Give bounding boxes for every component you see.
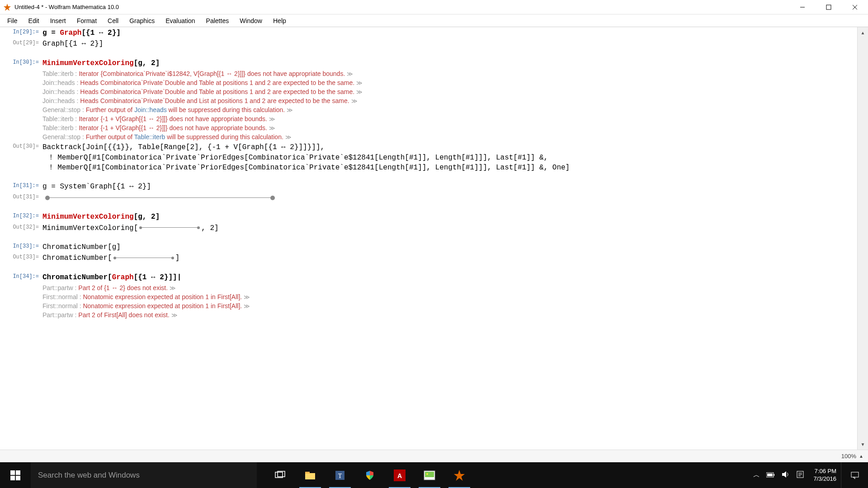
svg-marker-0 (4, 4, 11, 11)
svg-marker-30 (853, 477, 855, 479)
svg-rect-22 (774, 474, 774, 476)
more-link[interactable]: ≫ (287, 107, 293, 113)
maximize-button[interactable] (816, 0, 842, 14)
action-center-button[interactable] (841, 462, 868, 488)
message-row: General::stop : Further output of Join::… (0, 106, 857, 113)
svg-rect-29 (851, 472, 859, 477)
more-link[interactable]: ≫ (269, 125, 275, 131)
menu-evaluation[interactable]: Evaluation (160, 15, 200, 26)
input-cell[interactable]: In[32]:= MinimumVertexColoring[g, 2] (0, 212, 857, 222)
more-link[interactable]: ≫ (356, 89, 363, 95)
input-cell[interactable]: In[33]:= ChromaticNumber[g] (0, 242, 857, 252)
svg-rect-11 (305, 473, 315, 479)
titlebar: Untitled-4 * - Wolfram Mathematica 10.0 (0, 0, 868, 14)
svg-marker-20 (454, 470, 465, 481)
message-row: Join::heads : Heads Combinatorica`Privat… (0, 88, 857, 95)
menu-cell[interactable]: Cell (102, 15, 124, 26)
message-row: Table::iterb : Iterator {-1 + V[Graph[{1… (0, 115, 857, 122)
menubar: File Edit Insert Format Cell Graphics Ev… (0, 14, 868, 27)
message-row: Part::partw : Part 2 of {1 ↔ 2} does not… (0, 284, 857, 291)
vertical-scrollbar[interactable]: ▲ ▼ (857, 27, 868, 450)
out-label: Out[29]= (0, 39, 42, 46)
task-explorer[interactable] (296, 462, 325, 488)
more-link[interactable]: ≫ (347, 70, 353, 77)
statusbar: 100% ▲ (0, 450, 868, 462)
more-link[interactable]: ≫ (356, 80, 363, 86)
graph-inline (112, 256, 175, 260)
graph-output (42, 196, 278, 200)
task-image-app[interactable] (415, 462, 444, 488)
message-row: First::normal : Nonatomic expression exp… (0, 293, 857, 300)
output-cell: Out[30]= Backtrack[Join[{{1}}, Table[Ran… (0, 142, 857, 173)
battery-icon[interactable] (766, 471, 775, 479)
scroll-up-arrow[interactable]: ▲ (858, 27, 868, 38)
more-link[interactable]: ≫ (244, 294, 250, 300)
svg-rect-18 (425, 472, 434, 477)
zoom-menu-icon[interactable]: ▲ (859, 454, 863, 459)
start-button[interactable] (0, 462, 31, 488)
svg-rect-23 (767, 474, 773, 476)
svg-text:T: T (338, 473, 342, 479)
svg-rect-5 (10, 470, 15, 475)
menu-window[interactable]: Window (234, 15, 268, 26)
search-box[interactable]: Search the web and Windows (31, 462, 257, 488)
svg-rect-8 (16, 475, 20, 480)
message-row: Join::heads : Heads Combinatorica`Privat… (0, 79, 857, 86)
svg-rect-6 (16, 470, 20, 475)
zoom-level[interactable]: 100% (841, 453, 856, 460)
task-mathematica[interactable] (445, 462, 474, 488)
app-icon (4, 4, 11, 11)
clock[interactable]: 7:06 PM 7/3/2016 (809, 468, 841, 483)
message-row: Join::heads : Heads Combinatorica`Privat… (0, 97, 857, 104)
message-row: General::stop : Further output of Table:… (0, 133, 857, 141)
output-cell: Out[31]= (0, 193, 857, 203)
svg-rect-2 (826, 5, 831, 9)
menu-insert[interactable]: Insert (45, 15, 71, 26)
input-cell[interactable]: In[34]:= ChromaticNumber[Graph[{1 ↔ 2}]]… (0, 272, 857, 282)
window-title: Untitled-4 * - Wolfram Mathematica 10.0 (14, 4, 789, 10)
task-app1[interactable]: T (326, 462, 354, 488)
message-row: Table::iterb : Iterator {-1 + V[Graph[{1… (0, 124, 857, 131)
svg-rect-7 (10, 475, 15, 480)
more-link[interactable]: ≫ (351, 98, 358, 104)
menu-edit[interactable]: Edit (23, 15, 45, 26)
input-cell[interactable]: In[29]:= g = Graph[{1 ↔ 2}] (0, 28, 857, 38)
menu-file[interactable]: File (2, 15, 23, 26)
tray-chevron-icon[interactable]: ︿ (753, 471, 760, 479)
svg-marker-24 (782, 471, 786, 478)
menu-palettes[interactable]: Palettes (201, 15, 235, 26)
notebook-area: In[29]:= g = Graph[{1 ↔ 2}] Out[29]= Gra… (0, 27, 868, 450)
svg-text:A: A (397, 472, 402, 479)
svg-point-19 (426, 473, 428, 475)
task-view-button[interactable] (266, 462, 295, 488)
volume-icon[interactable] (782, 471, 790, 479)
taskbar: Search the web and Windows T A ︿ 7:06 PM… (0, 462, 868, 488)
task-defender[interactable] (355, 462, 384, 488)
notes-icon[interactable] (796, 470, 804, 480)
more-link[interactable]: ≫ (285, 134, 292, 141)
task-acrobat[interactable]: A (385, 462, 414, 488)
more-link[interactable]: ≫ (171, 312, 178, 319)
svg-rect-12 (305, 472, 310, 474)
graph-inline (138, 226, 201, 230)
more-link[interactable]: ≫ (170, 285, 176, 291)
scroll-down-arrow[interactable]: ▼ (858, 439, 868, 450)
output-cell: Out[32]= MinimumVertexColoring[, 2] (0, 223, 857, 233)
system-tray[interactable]: ︿ (749, 462, 809, 488)
input-cell[interactable]: In[31]:= g = System`Graph[{1 ↔ 2}] (0, 182, 857, 192)
menu-graphics[interactable]: Graphics (124, 15, 160, 26)
close-button[interactable] (842, 0, 868, 14)
message-row: First::normal : Nonatomic expression exp… (0, 302, 857, 310)
more-link[interactable]: ≫ (244, 303, 250, 310)
output-cell: Out[29]= Graph[{1 ↔ 2}] (0, 39, 857, 49)
menu-format[interactable]: Format (71, 15, 102, 26)
minimize-button[interactable] (789, 0, 816, 14)
menu-help[interactable]: Help (268, 15, 292, 26)
output-cell: Out[33]= ChromaticNumber[] (0, 253, 857, 263)
input-cell[interactable]: In[30]:= MinimumVertexColoring[g, 2] (0, 58, 857, 68)
message-row: Part::partw : Part 2 of First[All] does … (0, 311, 857, 319)
in-label: In[29]:= (0, 28, 42, 35)
notebook[interactable]: In[29]:= g = Graph[{1 ↔ 2}] Out[29]= Gra… (0, 27, 857, 450)
more-link[interactable]: ≫ (269, 116, 275, 122)
message-row: Table::iterb : Iterator {Combinatorica`P… (0, 70, 857, 77)
